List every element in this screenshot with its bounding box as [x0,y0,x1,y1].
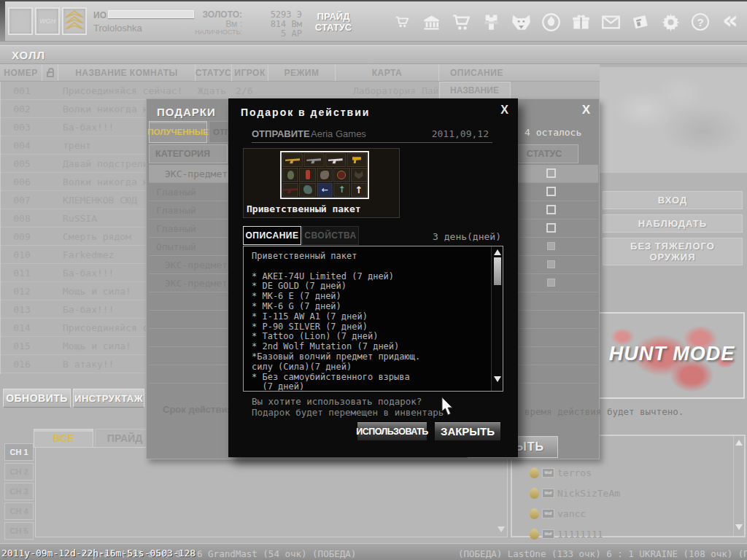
room-name: Присоединяйся се [63,322,154,333]
gift-status-checkbox[interactable] [546,168,556,178]
card-icon[interactable] [627,6,654,38]
modal-close-button[interactable]: ЗАКРЫТЬ [434,421,501,441]
item-wolf-claw[interactable] [317,168,333,182]
channel-button[interactable]: CH 3 [4,483,34,500]
chat-panel[interactable] [35,447,508,537]
item-grenade[interactable] [282,168,298,182]
close-icon[interactable]: X [500,104,508,117]
back-icon[interactable]: « [716,6,744,38]
use-button[interactable]: ИСПОЛЬЗОВАТЬ [357,421,427,441]
table-row[interactable]: 001 Присоединяйся сейчас! Ждать 2/6 Лабо… [1,82,440,100]
item-arrow-teal[interactable]: ↑ [333,183,349,197]
room-number: 010 [1,249,43,260]
item-dark-rifle[interactable] [282,183,298,197]
gift-item-grid: ← ↑ ↑ [280,151,369,199]
tab-received[interactable]: ПОЛУЧЕННЫЕ [149,121,207,143]
chat-scroll-down-icon[interactable] [498,526,505,532]
item-wolf-mutation[interactable] [299,183,315,197]
mail-icon[interactable] [597,6,624,38]
tab-description[interactable]: ОПИСАНИЕ [243,226,301,245]
channel-button[interactable]: CH 1 [4,443,34,461]
flame-icon[interactable] [538,6,565,38]
scroll-up-icon[interactable] [494,249,501,255]
gift-status-checkbox[interactable] [546,205,556,214]
pride-status-line2: СТАТУС [315,22,352,33]
scroll-thumb[interactable] [494,257,501,285]
game-screen: { "top_bar": { "slot_logo_text": "WGH", … [0,0,747,560]
channel-button[interactable]: CH 4 [4,502,34,520]
hunt-mode-banner[interactable]: HUNT MODE [595,312,745,399]
col-lock[interactable] [42,64,58,81]
player-list-scrollbar[interactable] [733,436,744,536]
room-name: Мощь и сила! [63,341,131,351]
category-header[interactable]: КАТЕГОРИЯ [149,144,228,163]
col-player[interactable]: ИГРОК [232,64,268,81]
description-line: * P-90 SILVER (7 дней) [252,322,485,332]
clan-logo[interactable]: WGH [35,7,60,35]
gift-status-checkbox[interactable] [546,223,556,233]
shop-cart-icon[interactable] [448,6,476,38]
list-item[interactable]: Wolf terros [530,464,592,481]
tab-all[interactable]: ВСЕ [34,429,93,448]
col-number[interactable]: НОМЕР [0,64,42,81]
player-name: NickSizTeAm [557,488,620,499]
inventory-icon[interactable] [478,6,506,38]
room-number: 005 [1,158,43,169]
item-gold-rifle[interactable] [282,153,303,167]
wolf-icon[interactable] [508,6,535,38]
scroll-down-icon[interactable] [494,376,501,382]
refresh-button[interactable]: ОБНОВИТЬ [3,389,71,408]
item-arrow-left[interactable]: ← [317,183,333,197]
col-map[interactable]: КАРТА [336,64,439,81]
channel-button[interactable]: CH 2 [4,463,34,481]
tab-properties[interactable]: СВОЙСТВА [302,226,359,245]
list-item[interactable]: Wolf 11111111 [530,525,603,542]
avatar-slot[interactable] [8,7,33,35]
no-heavy-weapons-button[interactable]: БЕЗ ТЯЖЕЛОГО ОРУЖИЯ [603,238,743,265]
col-status[interactable]: СТАТУС [196,64,232,81]
item-wolf-badge[interactable] [333,168,349,182]
mini-cart-icon[interactable] [388,6,416,38]
item-extinguisher[interactable] [299,168,315,182]
exp-label: ИО [93,10,107,20]
description-line: * MK-6 G (7 дней) [252,301,485,311]
item-gold-pistol[interactable] [347,153,367,167]
list-item[interactable]: Wolf NickSizTeAm [530,484,620,502]
help-icon[interactable]: ? [686,6,714,38]
briefing-button[interactable]: ИНСТРУКТАЖ [73,389,144,408]
divider [252,142,492,143]
item-sniper-rifle[interactable] [325,153,346,167]
description-scrollbar[interactable] [491,246,503,391]
gift-status-checkbox[interactable] [547,260,555,268]
enter-button[interactable]: ВХОД [603,191,743,209]
list-item[interactable]: Wolf vancc [530,505,586,522]
bank-icon[interactable] [418,6,446,38]
observe-button[interactable]: НАБЛЮДАТЬ [603,214,743,233]
room-name: Ба-бах!!! [63,122,114,133]
gift-status-checkbox[interactable] [547,279,555,287]
gift-status-checkbox[interactable] [546,187,556,196]
room-number: 008 [1,213,43,224]
item-gray-rifle[interactable] [303,153,324,167]
room-number: 012 [1,286,43,297]
description-text: Приветственный пакет * AKEI-74U Limited … [252,251,485,392]
gear-icon[interactable] [657,6,684,38]
gift-icon[interactable] [567,6,595,38]
scroll-up-icon[interactable] [735,440,743,446]
status-header[interactable]: СТАТУС [510,144,578,163]
gift-category: ЭКС-предмет [165,260,228,271]
pride-status-button[interactable]: ПРАЙД СТАТУС [306,8,360,36]
item-arrow-up[interactable]: ↑ [351,183,367,197]
scroll-down-icon[interactable] [735,524,743,530]
channel-button[interactable]: CH 5 [4,522,34,540]
col-mode[interactable]: РЕЖИМ [268,64,336,81]
close-icon[interactable]: X [582,103,590,117]
gift-category: Опытный [156,241,196,252]
col-description[interactable]: ОПИСАНИЕ [439,64,600,81]
vm-value: 814 Вм [241,19,302,29]
item-wolf-head[interactable] [351,168,367,182]
mouse-cursor [441,397,454,416]
rank-insignia [62,7,87,35]
gift-status-checkbox[interactable] [547,242,555,250]
col-room-name[interactable]: НАЗВАНИЕ КОМНАТЫ [58,64,196,81]
